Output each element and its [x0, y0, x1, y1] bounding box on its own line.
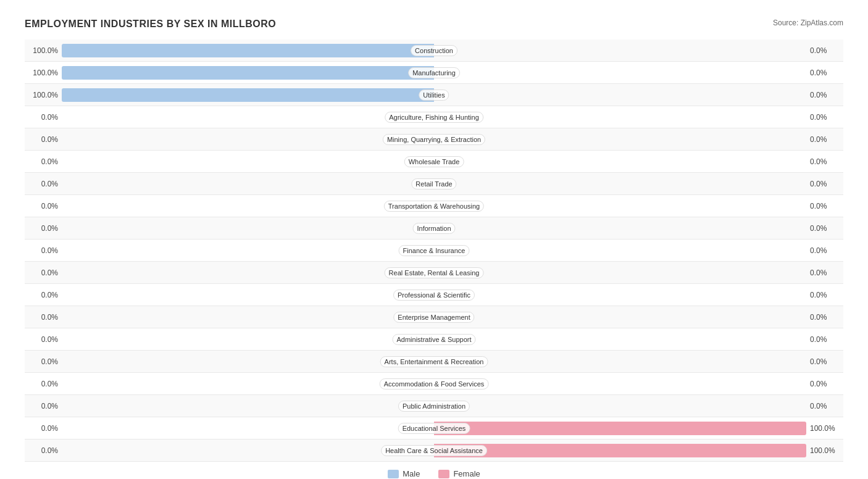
- bar-area: Utilities: [62, 84, 806, 106]
- chart-row: 100.0% Manufacturing 0.0%: [25, 62, 843, 84]
- male-bar-container: [62, 151, 434, 172]
- female-pct-label: 0.0%: [806, 135, 843, 144]
- male-pct-label: 0.0%: [25, 335, 62, 344]
- chart-row: 0.0% Health Care & Social Assistance 100…: [25, 439, 843, 462]
- female-pct-label: 0.0%: [806, 335, 843, 344]
- female-legend-label: Female: [453, 469, 480, 478]
- female-pct-label: 0.0%: [806, 46, 843, 55]
- male-bar-container: [62, 217, 434, 239]
- male-pct-label: 0.0%: [25, 380, 62, 388]
- male-pct-label: 100.0%: [25, 46, 62, 55]
- industry-label: Transportation & Warehousing: [384, 201, 484, 212]
- female-bar-container: [434, 106, 806, 128]
- chart-header: EMPLOYMENT INDUSTRIES BY SEX IN MILLBORO…: [25, 19, 843, 30]
- female-pct-label: 0.0%: [806, 180, 843, 188]
- female-bar-container: [434, 284, 806, 306]
- male-pct-label: 100.0%: [25, 91, 62, 99]
- female-bar-container: [434, 417, 806, 439]
- chart-source: Source: ZipAtlas.com: [773, 19, 843, 27]
- female-pct-label: 0.0%: [806, 69, 843, 77]
- male-pct-label: 0.0%: [25, 113, 62, 122]
- male-pct-label: 0.0%: [25, 135, 62, 144]
- bar-area: Health Care & Social Assistance: [62, 439, 806, 461]
- male-bar-container: [62, 306, 434, 328]
- female-bar-container: [434, 395, 806, 417]
- female-bar-container: [434, 439, 806, 461]
- male-pct-label: 0.0%: [25, 269, 62, 277]
- bar-area: Transportation & Warehousing: [62, 195, 806, 217]
- female-bar-container: [434, 240, 806, 261]
- male-pct-label: 0.0%: [25, 291, 62, 299]
- female-bar-container: [434, 62, 806, 83]
- industry-label: Mining, Quarrying, & Extraction: [383, 134, 485, 145]
- chart-row: 100.0% Construction 0.0%: [25, 40, 843, 62]
- male-pct-label: 0.0%: [25, 180, 62, 188]
- chart-row: 0.0% Transportation & Warehousing 0.0%: [25, 195, 843, 217]
- male-bar-container: [62, 195, 434, 217]
- male-pct-label: 0.0%: [25, 157, 62, 166]
- male-pct-label: 0.0%: [25, 313, 62, 322]
- industry-label: Agriculture, Fishing & Hunting: [385, 112, 483, 123]
- industry-label: Educational Services: [398, 423, 470, 434]
- industry-label: Information: [412, 223, 455, 234]
- industry-label: Retail Trade: [411, 178, 456, 190]
- industry-label: Professional & Scientific: [393, 289, 475, 301]
- male-bar-container: [62, 173, 434, 194]
- female-pct-label: 0.0%: [806, 157, 843, 166]
- industry-label: Construction: [411, 45, 457, 56]
- female-pct-label: 0.0%: [806, 224, 843, 233]
- legend: Male Female: [25, 469, 843, 478]
- male-bar-container: [62, 328, 434, 350]
- bar-area: Mining, Quarrying, & Extraction: [62, 128, 806, 150]
- bar-area: Retail Trade: [62, 173, 806, 194]
- female-pct-label: 100.0%: [806, 446, 843, 455]
- chart-row: 0.0% Information 0.0%: [25, 217, 843, 240]
- female-pct-label: 0.0%: [806, 380, 843, 388]
- female-bar-container: [434, 195, 806, 217]
- female-pct-label: 0.0%: [806, 202, 843, 210]
- male-pct-label: 0.0%: [25, 357, 62, 366]
- male-bar-container: [62, 84, 434, 106]
- female-bar-container: [434, 262, 806, 283]
- female-color-box: [438, 470, 449, 478]
- female-bar-container: [434, 84, 806, 106]
- male-bar: [62, 88, 434, 102]
- chart-row: 100.0% Utilities 0.0%: [25, 84, 843, 106]
- bar-area: Information: [62, 217, 806, 239]
- industry-label: Accommodation & Food Services: [380, 378, 489, 389]
- bar-area: Educational Services: [62, 417, 806, 439]
- industry-label: Arts, Entertainment & Recreation: [380, 356, 488, 367]
- male-bar-container: [62, 128, 434, 150]
- female-bar-container: [434, 373, 806, 394]
- female-pct-label: 0.0%: [806, 246, 843, 255]
- female-pct-label: 0.0%: [806, 269, 843, 277]
- male-pct-label: 0.0%: [25, 246, 62, 255]
- female-pct-label: 0.0%: [806, 113, 843, 122]
- male-pct-label: 0.0%: [25, 446, 62, 455]
- chart-row: 0.0% Professional & Scientific 0.0%: [25, 284, 843, 306]
- industry-label: Utilities: [419, 90, 449, 101]
- male-bar-container: [62, 373, 434, 394]
- bar-area: Agriculture, Fishing & Hunting: [62, 106, 806, 128]
- industry-label: Manufacturing: [408, 67, 460, 78]
- industry-label: Public Administration: [398, 401, 470, 412]
- legend-male: Male: [388, 469, 420, 478]
- industry-label: Enterprise Management: [393, 312, 474, 323]
- male-bar-container: [62, 351, 434, 372]
- chart-row: 0.0% Retail Trade 0.0%: [25, 173, 843, 195]
- chart-row: 0.0% Administrative & Support 0.0%: [25, 328, 843, 351]
- chart-row: 0.0% Accommodation & Food Services 0.0%: [25, 373, 843, 395]
- chart-row: 0.0% Real Estate, Rental & Leasing 0.0%: [25, 262, 843, 284]
- industry-label: Real Estate, Rental & Leasing: [385, 267, 484, 278]
- chart-title: EMPLOYMENT INDUSTRIES BY SEX IN MILLBORO: [25, 19, 276, 30]
- chart-row: 0.0% Finance & Insurance 0.0%: [25, 240, 843, 262]
- industry-label: Finance & Insurance: [399, 245, 470, 256]
- chart-row: 0.0% Mining, Quarrying, & Extraction 0.0…: [25, 128, 843, 151]
- male-bar-container: [62, 395, 434, 417]
- female-bar: [434, 422, 806, 435]
- female-bar: [434, 444, 806, 457]
- chart-container: EMPLOYMENT INDUSTRIES BY SEX IN MILLBORO…: [12, 12, 856, 479]
- female-bar-container: [434, 351, 806, 372]
- female-pct-label: 0.0%: [806, 357, 843, 366]
- male-bar-container: [62, 40, 434, 61]
